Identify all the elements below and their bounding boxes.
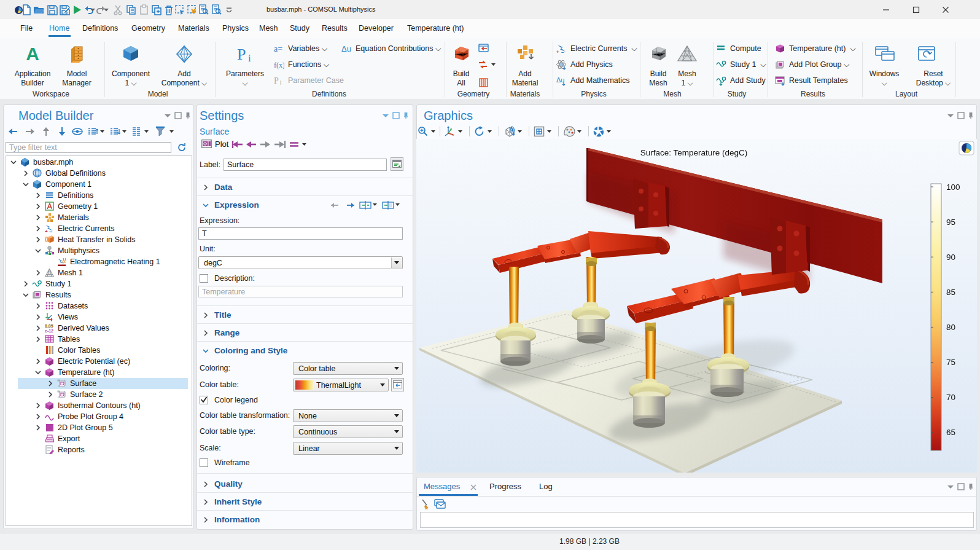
svg-text:P: P (237, 45, 246, 63)
svg-text:70: 70 (946, 393, 955, 402)
svg-text:95: 95 (946, 218, 955, 227)
svg-text:100: 100 (946, 183, 960, 192)
svg-text:a=: a= (274, 44, 282, 53)
svg-text:+: + (556, 49, 559, 54)
svg-text:−: − (561, 50, 564, 54)
svg-text:8.85: 8.85 (45, 324, 53, 328)
svg-text:90: 90 (946, 253, 955, 262)
svg-text:65: 65 (946, 428, 955, 437)
svg-text:Δu: Δu (341, 44, 351, 53)
svg-text:75: 75 (946, 358, 955, 367)
svg-text:80: 80 (946, 323, 955, 332)
svg-text:f(x): f(x) (274, 61, 284, 69)
svg-text:−: − (49, 229, 52, 234)
svg-text:+: + (45, 229, 48, 233)
svg-text:P: P (274, 76, 279, 85)
svg-text:i: i (248, 52, 251, 63)
svg-text:Surface: Temperature (degC): Surface: Temperature (degC) (640, 148, 748, 157)
svg-text:85: 85 (946, 288, 955, 297)
svg-text:e-12: e-12 (45, 329, 53, 332)
svg-text:A: A (26, 45, 39, 63)
svg-text:i: i (280, 79, 281, 86)
